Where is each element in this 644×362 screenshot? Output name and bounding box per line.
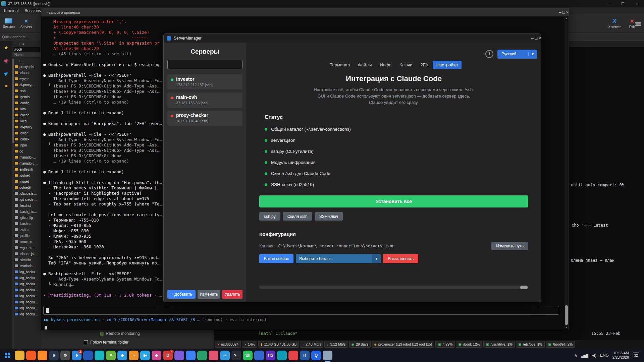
tree-item[interactable]: .claude.js… [12, 251, 41, 257]
checkbox-icon[interactable] [84, 340, 88, 344]
tree-item[interactable]: .npm [12, 142, 41, 148]
taskbar-app-icon[interactable]: ⚙ [60, 351, 70, 360]
quick-connect-input[interactable]: Quick connect... [2, 35, 29, 39]
favorites-star-icon[interactable]: ★ [4, 45, 8, 50]
close-icon[interactable]: × [630, 0, 644, 7]
terminal-prompt-input[interactable] [43, 306, 559, 315]
tree-item[interactable]: t… [12, 58, 41, 64]
maximize-icon[interactable]: □ [562, 10, 565, 15]
tree-scrollbar[interactable] [12, 58, 14, 349]
change-path-button[interactable]: Изменить путь [491, 242, 528, 250]
servers-button[interactable]: × Servers [17, 18, 35, 29]
tree-item[interactable]: log_backu… [12, 287, 41, 293]
x-server-button[interactable]: X X server [606, 18, 623, 29]
language-select[interactable]: Русский ▼ [497, 50, 537, 59]
tree-item[interactable]: log_backu… [12, 281, 41, 287]
component-button[interactable]: SSH-ключ [315, 212, 343, 221]
backup-select[interactable]: Выберите бэкап... ▼ [296, 254, 381, 263]
component-button[interactable]: ssh.py [259, 212, 280, 221]
tree-item[interactable]: dotnet9 [12, 184, 41, 190]
download-icon[interactable]: ↓ [18, 42, 20, 46]
tree-item[interactable]: .gitconfig [12, 215, 41, 221]
keyboard-language[interactable]: ENG [600, 353, 609, 358]
tree-item[interactable]: .claude [12, 70, 41, 76]
notification-center-badge[interactable]: 32 [633, 352, 639, 358]
taskbar-app-icon[interactable]: e 2 [72, 351, 82, 360]
tree-item[interactable]: .ai-proxy [12, 124, 41, 130]
horizontal-scrollbar[interactable] [259, 286, 528, 289]
terminal-scrollbar[interactable]: ▲ ▼ [565, 17, 568, 328]
tree-item[interactable]: .profile [12, 233, 41, 239]
tree-item[interactable]: .dotnet [12, 172, 41, 178]
network-signal-icon[interactable]: ▂▄▆ [581, 353, 588, 358]
tree-item[interactable]: .cache [12, 112, 41, 118]
tree-item[interactable]: .mariadb… [12, 263, 41, 269]
tree-item[interactable]: go [12, 148, 41, 154]
maximize-icon[interactable]: □ [535, 36, 537, 41]
taskbar-app-icon[interactable] [288, 351, 298, 360]
maximize-icon[interactable]: □ [616, 0, 630, 7]
tab[interactable]: Файлы [354, 61, 375, 69]
scroll-down-icon[interactable]: ▼ [565, 326, 568, 328]
tree-item[interactable]: log_backu… [12, 293, 41, 299]
minimize-icon[interactable]: – [531, 36, 534, 41]
taskbar-app-icon[interactable]: HS [266, 351, 275, 360]
taskbar-app-icon[interactable] [15, 351, 24, 360]
tree-item[interactable]: .local [12, 118, 41, 124]
tree-item[interactable]: .nuget [12, 178, 41, 184]
minimize-icon[interactable]: – [602, 0, 616, 7]
taskbar-app-icon[interactable] [209, 351, 218, 360]
tab[interactable]: 2FA [417, 61, 432, 69]
close-icon[interactable]: × [538, 36, 541, 41]
edit-server-button[interactable]: Изменить [198, 290, 220, 299]
start-menu-icon[interactable] [2, 350, 13, 360]
taskbar-app-icon[interactable]: ≡ [106, 351, 116, 360]
scrollbar-thumb[interactable] [565, 305, 568, 325]
add-server-button[interactable]: + Добавить [167, 290, 196, 299]
tree-item[interactable]: log_backu… [12, 299, 41, 305]
tab[interactable]: Настройка [433, 61, 462, 69]
tree-item[interactable]: .zshrc [12, 227, 41, 233]
tree-item[interactable]: mariadb-c… [12, 160, 41, 166]
tree-item[interactable]: .ssh [12, 88, 41, 94]
install-all-button[interactable]: Установить всё [259, 195, 528, 207]
tree-item[interactable]: myvpn [12, 76, 41, 82]
server-list-item[interactable]: investor 173.212.212.157 [ssh] [167, 74, 243, 89]
tree-item[interactable]: endlessh [12, 166, 41, 172]
tree-item[interactable]: .config [12, 100, 41, 106]
taskbar-app-icon[interactable]: ◔ [129, 351, 139, 360]
taskbar-app-icon[interactable] [186, 351, 196, 360]
servermanager-titlebar[interactable]: ServerManager – □ × [164, 34, 541, 43]
taskbar-app-icon[interactable] [323, 351, 332, 360]
taskbar-app-icon[interactable]: R [300, 351, 310, 360]
taskbar-app-icon[interactable] [38, 351, 47, 360]
refresh-icon[interactable]: ∗ [22, 42, 24, 46]
tree-item[interactable]: .viminfo [12, 257, 41, 263]
taskbar-app-icon[interactable]: e [49, 351, 59, 360]
minimize-icon[interactable]: – [559, 10, 561, 15]
taskbar-app-icon[interactable] [254, 351, 264, 360]
taskbar-app-icon[interactable] [83, 351, 93, 360]
tree-item[interactable]: .claude.js… [12, 190, 41, 196]
tab[interactable]: Ключи [396, 61, 416, 69]
tree-item[interactable]: .bash_his… [12, 208, 41, 215]
volume-icon[interactable]: ◀) [592, 353, 596, 358]
pink-tool-icon[interactable]: ◉ [4, 58, 8, 63]
telegram-icon[interactable]: ▶ [3, 70, 9, 76]
server-search-input[interactable] [167, 60, 243, 69]
tree-item[interactable]: .codex [12, 136, 41, 142]
taskbar-app-icon[interactable]: Q [311, 351, 321, 360]
taskbar-app-icon[interactable] [174, 351, 184, 360]
taskbar-app-icon[interactable]: >_ [231, 351, 241, 360]
about-info-icon[interactable]: i [485, 50, 493, 58]
session-button[interactable]: Session [0, 18, 17, 28]
tree-column-header[interactable]: Name [12, 52, 41, 58]
tab[interactable]: Терминал [326, 61, 354, 69]
tab[interactable]: Инфо [376, 61, 395, 69]
tree-item[interactable]: .tmux.co… [12, 239, 41, 245]
taskbar-app-icon[interactable] [197, 351, 207, 360]
component-button[interactable]: Скилл /ssh [283, 212, 312, 221]
tree-item[interactable]: log_backu… [12, 269, 41, 275]
tray-expand-icon[interactable]: ∧ [574, 353, 577, 358]
tree-item[interactable]: log_backu… [12, 275, 41, 281]
